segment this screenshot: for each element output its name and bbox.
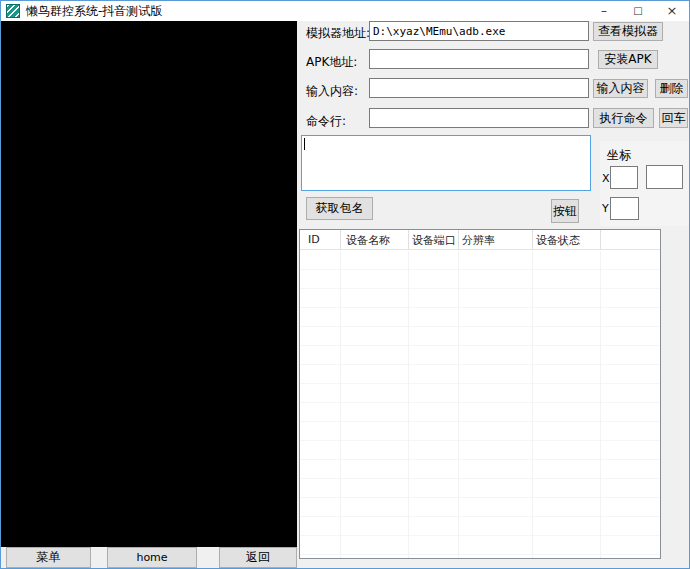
col-device-status: 设备状态: [536, 233, 580, 248]
column-gridline: [408, 251, 409, 558]
misc-button[interactable]: 按钮: [551, 199, 579, 223]
input-content-label: 输入内容:: [306, 83, 358, 100]
app-icon: [6, 4, 20, 18]
col-id: ID: [308, 233, 320, 246]
col-device-port: 设备端口: [412, 233, 456, 248]
emulator-address-input[interactable]: [369, 21, 589, 41]
device-table-header: ID 设备名称 设备端口 分辨率 设备状态: [300, 230, 660, 250]
delete-button[interactable]: 删除: [655, 79, 688, 98]
home-button[interactable]: home: [107, 547, 197, 568]
text-caret: [304, 138, 305, 150]
header-separator: [458, 230, 459, 250]
device-screen-panel[interactable]: [1, 21, 297, 547]
send-input-button[interactable]: 输入内容: [593, 79, 648, 98]
x-axis-label: X: [602, 172, 610, 185]
col-resolution: 分辨率: [462, 233, 495, 248]
apk-address-input[interactable]: [369, 49, 589, 69]
column-gridline: [532, 251, 533, 558]
header-separator: [408, 230, 409, 250]
input-content-input[interactable]: [369, 78, 589, 98]
column-gridline: [600, 251, 601, 558]
column-gridline: [340, 251, 341, 558]
close-button[interactable]: ×: [655, 1, 689, 21]
y-coordinate-input[interactable]: [610, 197, 639, 220]
titlebar: 懒鸟群控系统-抖音测试版 – □ ×: [1, 1, 689, 21]
view-emulator-button[interactable]: 查看模拟器: [593, 22, 663, 41]
coordinates-group-label: 坐标: [607, 147, 631, 164]
apk-address-label: APK地址:: [306, 54, 357, 71]
window-controls: – □ ×: [587, 1, 689, 21]
column-gridline: [458, 251, 459, 558]
back-button[interactable]: 返回: [219, 547, 297, 568]
col-device-name: 设备名称: [346, 233, 390, 248]
command-line-label: 命令行:: [306, 113, 346, 130]
y-axis-label: Y: [602, 202, 609, 215]
device-table-body: [300, 251, 660, 558]
menu-button[interactable]: 菜单: [6, 547, 91, 568]
execute-command-button[interactable]: 执行命令: [593, 108, 654, 128]
app-window: 懒鸟群控系统-抖音测试版 – □ × 模拟器地址: 查看模拟器 APK地址: 安…: [0, 0, 690, 569]
x-coordinate-input[interactable]: [610, 166, 638, 189]
window-title: 懒鸟群控系统-抖音测试版: [26, 3, 162, 20]
header-separator: [600, 230, 601, 250]
x2-coordinate-input[interactable]: [646, 165, 683, 189]
maximize-button[interactable]: □: [621, 1, 655, 21]
get-package-name-button[interactable]: 获取包名: [306, 197, 373, 220]
log-textarea[interactable]: [301, 135, 591, 191]
device-table[interactable]: ID 设备名称 设备端口 分辨率 设备状态: [299, 229, 661, 559]
command-line-input[interactable]: [369, 108, 589, 128]
header-separator: [532, 230, 533, 250]
header-separator: [340, 230, 341, 250]
enter-button[interactable]: 回车: [659, 108, 688, 128]
install-apk-button[interactable]: 安装APK: [598, 50, 658, 69]
emulator-address-label: 模拟器地址:: [306, 25, 370, 42]
minimize-button[interactable]: –: [587, 1, 621, 21]
